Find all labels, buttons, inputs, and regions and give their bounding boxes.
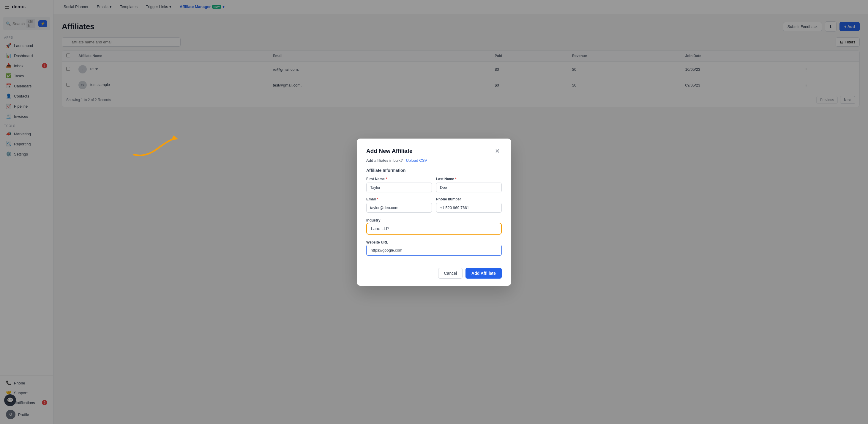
add-affiliate-button[interactable]: Add Affiliate bbox=[465, 268, 502, 279]
cancel-button[interactable]: Cancel bbox=[438, 268, 463, 279]
modal-footer: Cancel Add Affiliate bbox=[366, 263, 502, 279]
required-indicator: * bbox=[455, 177, 457, 181]
industry-input[interactable] bbox=[366, 223, 502, 234]
svg-marker-0 bbox=[171, 135, 178, 140]
required-indicator: * bbox=[385, 177, 387, 181]
last-name-label: Last Name * bbox=[436, 177, 502, 181]
modal-overlay[interactable]: Add New Affiliate ✕ Add affiliates in bu… bbox=[0, 0, 868, 424]
phone-input[interactable] bbox=[436, 203, 502, 213]
first-name-label: First Name * bbox=[366, 177, 432, 181]
bulk-line: Add affiliates in bulk? Upload CSV bbox=[366, 158, 502, 163]
industry-label: Industry bbox=[366, 218, 380, 222]
bulk-label: Add affiliates in bulk? bbox=[366, 158, 403, 163]
industry-group: Industry bbox=[366, 217, 502, 234]
last-name-input[interactable] bbox=[436, 182, 502, 192]
affiliate-info-section: Affiliate Information bbox=[366, 168, 502, 173]
modal-header: Add New Affiliate ✕ bbox=[366, 147, 502, 155]
name-row: First Name * Last Name * bbox=[366, 177, 502, 192]
email-label: Email * bbox=[366, 197, 432, 201]
email-group: Email * bbox=[366, 197, 432, 213]
required-indicator: * bbox=[377, 197, 378, 201]
add-affiliate-modal: Add New Affiliate ✕ Add affiliates in bu… bbox=[357, 139, 511, 286]
modal-title: Add New Affiliate bbox=[366, 148, 413, 154]
last-name-group: Last Name * bbox=[436, 177, 502, 192]
first-name-group: First Name * bbox=[366, 177, 432, 192]
annotation-arrow bbox=[128, 125, 193, 161]
upload-csv-link[interactable]: Upload CSV bbox=[406, 158, 427, 163]
contact-row: Email * Phone number bbox=[366, 197, 502, 213]
close-button[interactable]: ✕ bbox=[493, 147, 502, 155]
phone-group: Phone number bbox=[436, 197, 502, 213]
first-name-input[interactable] bbox=[366, 182, 432, 192]
website-group: Website URL bbox=[366, 239, 502, 256]
phone-label: Phone number bbox=[436, 197, 502, 201]
email-input[interactable] bbox=[366, 203, 432, 213]
website-label: Website URL bbox=[366, 240, 388, 245]
website-input[interactable] bbox=[366, 245, 502, 256]
